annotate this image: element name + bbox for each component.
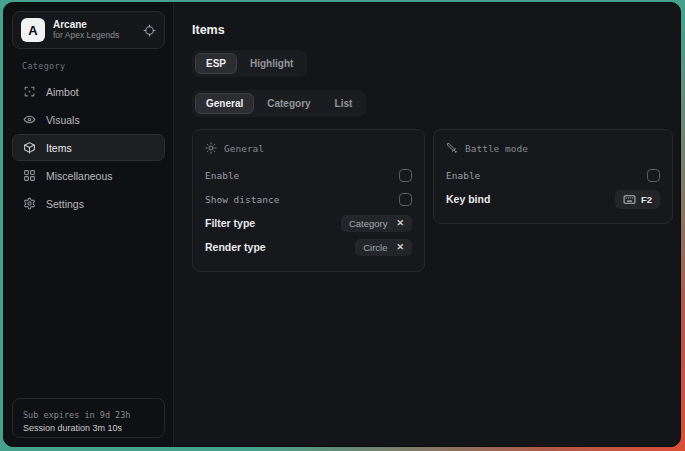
selected-value: Circle [363,242,387,253]
eye-icon [23,113,36,126]
row-label: Render type [205,241,266,253]
app-window: A Arcane for Apex Legends Category [3,2,681,447]
row-label: Enable [205,170,239,181]
general-panel-header: General [205,140,412,156]
gear-icon [23,197,36,210]
app-meta: Arcane for Apex Legends [53,19,135,40]
battle-mode-panel: Battle mode Enable Key bind [433,129,673,224]
box-icon [23,141,36,154]
sidebar-item-label: Items [46,142,72,154]
enable-row: Enable [446,163,660,187]
sidebar-item-label: Aimbot [46,86,79,98]
subscription-info-card: Sub expires in 9d 23h Session duration 3… [12,398,165,438]
app-logo: A [21,18,45,42]
battle-mode-panel-header: Battle mode [446,140,660,156]
row-label: Key bind [446,193,490,205]
row-label: Filter type [205,217,255,229]
enable-checkbox[interactable] [399,169,412,182]
sidebar-section-label: Category [22,61,165,71]
sidebar-nav: Aimbot Visuals Ite [12,78,165,217]
crosshair-icon [23,85,36,98]
key-value: F2 [641,194,652,205]
panel-title: Battle mode [465,143,528,154]
sidebar-item-label: Settings [46,198,84,210]
sidebar-item-label: Miscellaneous [46,170,113,182]
view-tabs: General Category List [192,90,366,117]
selected-value: Category [349,218,388,229]
main-content: Items ESP Highlight General Category Lis… [174,3,681,446]
sidebar-item-settings[interactable]: Settings [12,190,165,217]
row-label: Enable [446,170,480,181]
row-label: Show distance [205,194,279,205]
tab-category[interactable]: Category [256,93,321,114]
mode-tabs: ESP Highlight [192,50,307,77]
filter-type-select[interactable]: Category ✕ [341,215,412,232]
enable-row: Enable [205,163,412,187]
keyboard-icon [623,193,636,206]
page-title: Items [192,23,673,37]
sidebar-item-miscellaneous[interactable]: Miscellaneous [12,162,165,189]
sidebar-item-visuals[interactable]: Visuals [12,106,165,133]
general-panel: General Enable Show distance Filter type… [192,129,425,272]
sun-icon [205,142,217,154]
key-bind-row: Key bind F2 [446,187,660,211]
target-icon[interactable] [143,24,156,37]
filter-type-row: Filter type Category ✕ [205,211,412,235]
tab-general[interactable]: General [195,93,254,114]
show-distance-row: Show distance [205,187,412,211]
sub-expires-text: Sub expires in 9d 23h [23,410,154,420]
app-header-card[interactable]: A Arcane for Apex Legends [12,11,165,49]
app-subtitle: for Apex Legends [53,31,135,41]
sidebar: A Arcane for Apex Legends Category [4,3,174,446]
close-icon[interactable]: ✕ [396,219,404,228]
sidebar-item-aimbot[interactable]: Aimbot [12,78,165,105]
sidebar-item-items[interactable]: Items [12,134,165,161]
panel-title: General [224,143,264,154]
tab-highlight[interactable]: Highlight [239,53,304,74]
close-icon[interactable]: ✕ [396,243,404,252]
sidebar-item-label: Visuals [46,114,80,126]
panels-container: General Enable Show distance Filter type… [192,129,673,272]
tab-list[interactable]: List [324,93,364,114]
session-duration-text: Session duration 3m 10s [23,423,154,433]
show-distance-checkbox[interactable] [399,193,412,206]
tab-esp[interactable]: ESP [195,53,237,74]
sword-icon [446,142,458,154]
grid-icon [23,169,36,182]
render-type-select[interactable]: Circle ✕ [355,239,412,256]
battle-enable-checkbox[interactable] [647,169,660,182]
render-type-row: Render type Circle ✕ [205,235,412,259]
desktop-background: A Arcane for Apex Legends Category [0,0,685,451]
key-bind-button[interactable]: F2 [615,190,660,209]
